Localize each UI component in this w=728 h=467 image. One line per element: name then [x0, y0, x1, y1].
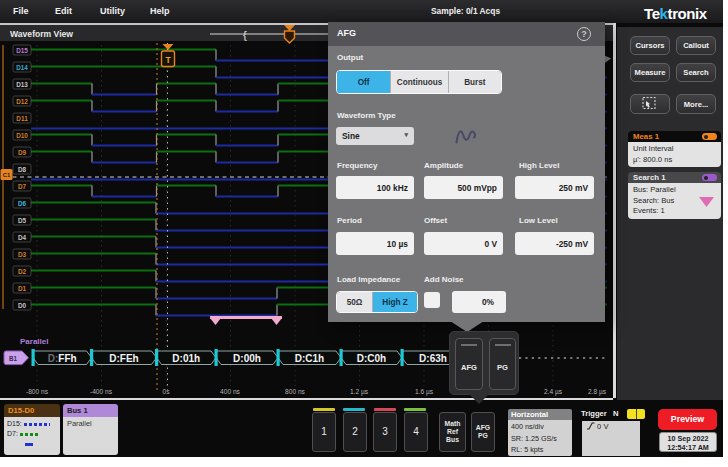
svg-text:-400 ns: -400 ns: [90, 388, 113, 395]
svg-text:D:FFh: D:FFh: [48, 353, 77, 364]
svg-text:{: {: [243, 29, 247, 41]
svg-text:D9: D9: [18, 149, 27, 156]
svg-text:D0: D0: [18, 302, 27, 309]
svg-text:T: T: [165, 55, 171, 65]
svg-text:D15: D15: [16, 47, 28, 54]
svg-text:D2: D2: [18, 268, 27, 275]
svg-text:B1: B1: [9, 355, 18, 362]
svg-text:D13: D13: [16, 81, 28, 88]
svg-text:800 ns: 800 ns: [285, 388, 306, 395]
svg-text:D6: D6: [18, 200, 27, 207]
svg-text:C1: C1: [3, 172, 11, 178]
svg-text:D11: D11: [16, 115, 28, 122]
svg-text:1.6 µs: 1.6 µs: [415, 388, 434, 396]
svg-text:D5: D5: [18, 217, 27, 224]
svg-text:D10: D10: [16, 132, 28, 139]
svg-text:2.8 µs: 2.8 µs: [588, 388, 607, 396]
svg-text:D:00h: D:00h: [233, 353, 261, 364]
svg-text:D4: D4: [18, 234, 27, 241]
svg-text:2.4 µs: 2.4 µs: [544, 388, 563, 396]
svg-text:D1: D1: [18, 285, 27, 292]
svg-text:Parallel: Parallel: [20, 337, 48, 346]
svg-text:1.2 µs: 1.2 µs: [350, 388, 369, 396]
svg-text:D:C1h: D:C1h: [295, 353, 324, 364]
svg-text:D:01h: D:01h: [172, 353, 200, 364]
svg-text:D:FEh: D:FEh: [109, 353, 138, 364]
svg-text:0s: 0s: [163, 388, 171, 395]
svg-text:D7: D7: [18, 183, 27, 190]
svg-text:-800 ns: -800 ns: [26, 388, 49, 395]
svg-text:D3: D3: [18, 251, 27, 258]
svg-text:D12: D12: [16, 98, 28, 105]
svg-text:D8: D8: [18, 166, 27, 173]
svg-text:D:C0h: D:C0h: [357, 353, 386, 364]
svg-text:D14: D14: [16, 64, 28, 71]
svg-text:D:63h: D:63h: [419, 353, 447, 364]
svg-text:400 ns: 400 ns: [220, 388, 241, 395]
